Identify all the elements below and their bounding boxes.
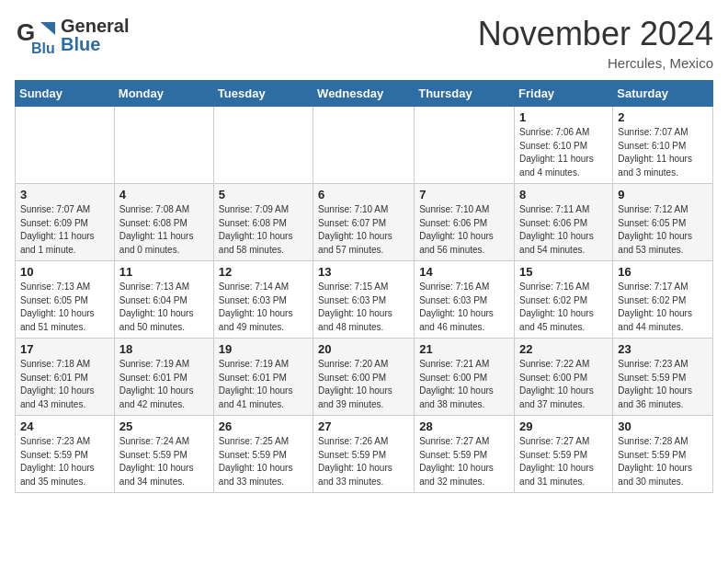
calendar-day-cell: 10Sunrise: 7:13 AM Sunset: 6:05 PM Dayli…	[16, 261, 115, 339]
calendar-day-cell: 19Sunrise: 7:19 AM Sunset: 6:01 PM Dayli…	[213, 339, 313, 416]
day-number: 30	[618, 419, 708, 433]
day-info: Sunrise: 7:17 AM Sunset: 6:02 PM Dayligh…	[618, 281, 708, 334]
day-number: 27	[318, 419, 409, 433]
calendar-day-cell: 26Sunrise: 7:25 AM Sunset: 5:59 PM Dayli…	[213, 416, 313, 493]
calendar-day-cell: 15Sunrise: 7:16 AM Sunset: 6:02 PM Dayli…	[515, 261, 613, 339]
calendar-day-cell: 9Sunrise: 7:12 AM Sunset: 6:05 PM Daylig…	[613, 184, 713, 261]
day-info: Sunrise: 7:10 AM Sunset: 6:07 PM Dayligh…	[318, 203, 409, 257]
day-info: Sunrise: 7:12 AM Sunset: 6:05 PM Dayligh…	[618, 203, 708, 257]
calendar-day-cell: 30Sunrise: 7:28 AM Sunset: 5:59 PM Dayli…	[613, 416, 713, 493]
day-number: 23	[618, 342, 708, 356]
calendar-day-cell	[313, 107, 415, 184]
month-title: November 2024	[478, 15, 713, 53]
calendar-week-row: 3Sunrise: 7:07 AM Sunset: 6:09 PM Daylig…	[16, 184, 713, 261]
calendar-day-cell: 12Sunrise: 7:14 AM Sunset: 6:03 PM Dayli…	[213, 261, 313, 339]
day-info: Sunrise: 7:10 AM Sunset: 6:06 PM Dayligh…	[419, 203, 509, 257]
day-number: 28	[419, 419, 509, 433]
day-number: 7	[419, 188, 509, 201]
day-info: Sunrise: 7:13 AM Sunset: 6:05 PM Dayligh…	[20, 281, 109, 334]
day-info: Sunrise: 7:06 AM Sunset: 6:10 PM Dayligh…	[519, 126, 608, 179]
calendar-day-cell: 27Sunrise: 7:26 AM Sunset: 5:59 PM Dayli…	[313, 416, 415, 493]
day-info: Sunrise: 7:09 AM Sunset: 6:08 PM Dayligh…	[219, 203, 308, 257]
page: G Blue General Blue November 2024 Hercul…	[0, 0, 728, 508]
calendar-week-row: 17Sunrise: 7:18 AM Sunset: 6:01 PM Dayli…	[16, 339, 713, 416]
day-info: Sunrise: 7:20 AM Sunset: 6:00 PM Dayligh…	[318, 358, 409, 411]
day-info: Sunrise: 7:26 AM Sunset: 5:59 PM Dayligh…	[318, 435, 409, 488]
calendar-day-cell: 14Sunrise: 7:16 AM Sunset: 6:03 PM Dayli…	[415, 261, 515, 339]
calendar-day-cell: 21Sunrise: 7:21 AM Sunset: 6:00 PM Dayli…	[415, 339, 515, 416]
calendar-day-cell: 13Sunrise: 7:15 AM Sunset: 6:03 PM Dayli…	[313, 261, 415, 339]
day-number: 15	[519, 265, 608, 279]
day-number: 13	[318, 265, 409, 279]
calendar-day-cell: 3Sunrise: 7:07 AM Sunset: 6:09 PM Daylig…	[16, 184, 115, 261]
calendar-day-header: Monday	[114, 81, 213, 107]
day-number: 14	[419, 265, 509, 279]
svg-marker-1	[40, 22, 55, 35]
day-info: Sunrise: 7:19 AM Sunset: 6:01 PM Dayligh…	[119, 358, 209, 411]
calendar-day-cell: 25Sunrise: 7:24 AM Sunset: 5:59 PM Dayli…	[114, 416, 213, 493]
day-info: Sunrise: 7:22 AM Sunset: 6:00 PM Dayligh…	[519, 358, 608, 411]
day-number: 18	[119, 342, 209, 356]
day-number: 11	[119, 265, 209, 279]
calendar-day-header: Tuesday	[213, 81, 313, 107]
calendar-week-row: 1Sunrise: 7:06 AM Sunset: 6:10 PM Daylig…	[16, 107, 713, 184]
calendar-day-cell	[213, 107, 313, 184]
calendar-day-header: Sunday	[16, 81, 115, 107]
calendar-day-cell: 28Sunrise: 7:27 AM Sunset: 5:59 PM Dayli…	[415, 416, 515, 493]
day-info: Sunrise: 7:23 AM Sunset: 5:59 PM Dayligh…	[618, 358, 708, 411]
calendar-table: SundayMondayTuesdayWednesdayThursdayFrid…	[15, 80, 713, 493]
calendar-day-cell: 6Sunrise: 7:10 AM Sunset: 6:07 PM Daylig…	[313, 184, 415, 261]
day-number: 22	[519, 342, 608, 356]
day-info: Sunrise: 7:27 AM Sunset: 5:59 PM Dayligh…	[419, 435, 509, 488]
day-info: Sunrise: 7:28 AM Sunset: 5:59 PM Dayligh…	[618, 435, 708, 488]
day-number: 21	[419, 342, 509, 356]
day-info: Sunrise: 7:08 AM Sunset: 6:08 PM Dayligh…	[119, 203, 209, 257]
logo-text-block: General Blue	[61, 17, 129, 53]
calendar-day-cell: 11Sunrise: 7:13 AM Sunset: 6:04 PM Dayli…	[114, 261, 213, 339]
day-info: Sunrise: 7:16 AM Sunset: 6:02 PM Dayligh…	[519, 281, 608, 334]
calendar-day-cell: 5Sunrise: 7:09 AM Sunset: 6:08 PM Daylig…	[213, 184, 313, 261]
header: G Blue General Blue November 2024 Hercul…	[15, 15, 713, 71]
calendar-header-row: SundayMondayTuesdayWednesdayThursdayFrid…	[16, 81, 713, 107]
day-number: 25	[119, 419, 209, 433]
day-number: 29	[519, 419, 608, 433]
day-info: Sunrise: 7:13 AM Sunset: 6:04 PM Dayligh…	[119, 281, 209, 334]
day-number: 2	[618, 110, 708, 124]
logo-general: General	[61, 17, 129, 35]
calendar-day-cell: 1Sunrise: 7:06 AM Sunset: 6:10 PM Daylig…	[515, 107, 613, 184]
calendar-day-header: Thursday	[415, 81, 515, 107]
svg-text:Blue: Blue	[31, 40, 55, 55]
calendar-day-header: Saturday	[613, 81, 713, 107]
logo-icon: G Blue	[15, 15, 55, 55]
day-number: 5	[219, 188, 308, 201]
day-info: Sunrise: 7:24 AM Sunset: 5:59 PM Dayligh…	[119, 435, 209, 488]
day-number: 24	[20, 419, 109, 433]
calendar-day-cell	[114, 107, 213, 184]
day-number: 10	[20, 265, 109, 279]
day-number: 19	[219, 342, 308, 356]
calendar-day-cell: 18Sunrise: 7:19 AM Sunset: 6:01 PM Dayli…	[114, 339, 213, 416]
day-info: Sunrise: 7:27 AM Sunset: 5:59 PM Dayligh…	[519, 435, 608, 488]
day-info: Sunrise: 7:25 AM Sunset: 5:59 PM Dayligh…	[219, 435, 308, 488]
day-number: 4	[119, 188, 209, 201]
day-number: 6	[318, 188, 409, 201]
calendar-day-cell: 4Sunrise: 7:08 AM Sunset: 6:08 PM Daylig…	[114, 184, 213, 261]
day-number: 12	[219, 265, 308, 279]
logo-blue: Blue	[61, 35, 100, 53]
day-number: 3	[20, 188, 109, 201]
calendar-day-header: Friday	[515, 81, 613, 107]
calendar-day-cell: 24Sunrise: 7:23 AM Sunset: 5:59 PM Dayli…	[16, 416, 115, 493]
day-info: Sunrise: 7:16 AM Sunset: 6:03 PM Dayligh…	[419, 281, 509, 334]
day-number: 20	[318, 342, 409, 356]
calendar-week-row: 10Sunrise: 7:13 AM Sunset: 6:05 PM Dayli…	[16, 261, 713, 339]
day-info: Sunrise: 7:07 AM Sunset: 6:09 PM Dayligh…	[20, 203, 109, 257]
day-number: 8	[519, 188, 608, 201]
day-info: Sunrise: 7:21 AM Sunset: 6:00 PM Dayligh…	[419, 358, 509, 411]
calendar-day-cell: 8Sunrise: 7:11 AM Sunset: 6:06 PM Daylig…	[515, 184, 613, 261]
calendar-day-cell	[415, 107, 515, 184]
day-info: Sunrise: 7:14 AM Sunset: 6:03 PM Dayligh…	[219, 281, 308, 334]
calendar-day-cell: 23Sunrise: 7:23 AM Sunset: 5:59 PM Dayli…	[613, 339, 713, 416]
day-info: Sunrise: 7:19 AM Sunset: 6:01 PM Dayligh…	[219, 358, 308, 411]
calendar-day-cell: 29Sunrise: 7:27 AM Sunset: 5:59 PM Dayli…	[515, 416, 613, 493]
day-info: Sunrise: 7:23 AM Sunset: 5:59 PM Dayligh…	[20, 435, 109, 488]
